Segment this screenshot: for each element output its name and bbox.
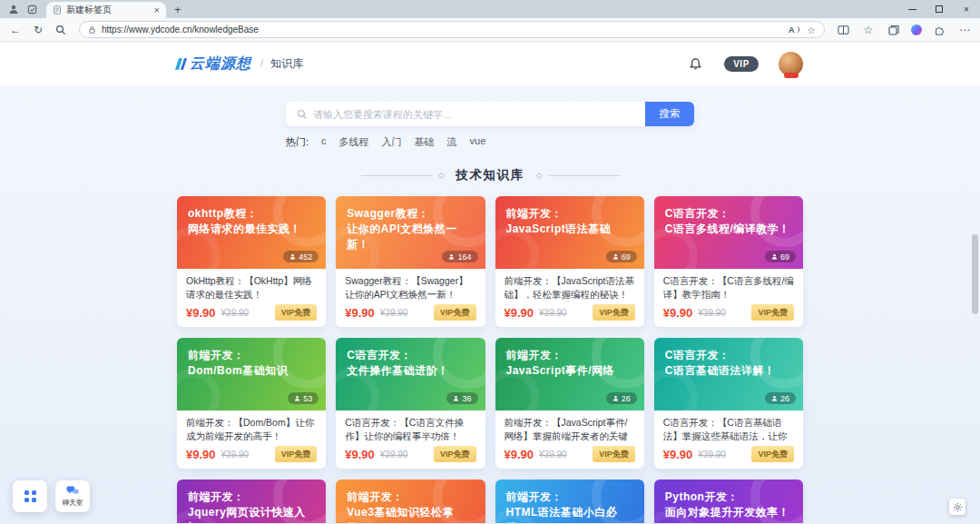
- course-original-price: ¥39.90: [698, 450, 726, 460]
- search-icon[interactable]: [53, 24, 69, 36]
- course-card[interactable]: C语言开发： 文件操作基础进阶！ 36 C语言开发：【C语言文件操作】让你的编程…: [336, 338, 485, 469]
- person-icon: [612, 395, 619, 401]
- views-badge: 53: [288, 392, 318, 404]
- hot-tag[interactable]: 流: [447, 135, 457, 149]
- favorites-icon[interactable]: ☆: [860, 24, 877, 36]
- price-row: ¥9.90 ¥39.90 VIP免费: [505, 446, 635, 462]
- refresh-icon[interactable]: ↻: [30, 24, 46, 36]
- extensions-icon[interactable]: [931, 24, 947, 36]
- views-badge: 69: [606, 251, 637, 262]
- course-card[interactable]: okhttp教程： 网络请求的最佳实践！ 452 OkHttp教程：【OkHtt…: [177, 196, 326, 327]
- course-card[interactable]: C语言开发： C语言基础语法详解！ 26 C语言开发：【C语言基础语法】掌握这些…: [654, 338, 803, 469]
- views-badge: 36: [446, 392, 477, 404]
- course-card-body: 前端开发：【JavaScript事件/网络】掌握前端开发者的关键技能！ ¥9.9…: [495, 410, 644, 469]
- views-badge: 26: [765, 392, 796, 404]
- views-count: 69: [622, 252, 631, 262]
- course-card-body: 前端开发：【JavaScript语法基础】，轻松掌握编程的秘诀！ ¥9.90 ¥…: [495, 269, 644, 327]
- breadcrumb-separator: /: [260, 57, 263, 70]
- course-card[interactable]: Python开发： 面向对象提升开发效率！: [654, 480, 803, 523]
- course-card[interactable]: 前端开发： JavaScript事件/网络 26 前端开发：【JavaScrip…: [495, 338, 644, 469]
- course-card-body: 前端开发：【Dom/Bom】让你成为前端开发的高手！ ¥9.90 ¥39.90 …: [177, 410, 326, 469]
- course-card[interactable]: 前端开发： Dom/Bom基础知识 53 前端开发：【Dom/Bom】让你成为前…: [177, 338, 326, 469]
- views-count: 26: [780, 394, 789, 403]
- minimize-button[interactable]: [898, 0, 926, 18]
- more-menu-icon[interactable]: ⋯: [956, 24, 973, 36]
- maximize-button[interactable]: [926, 0, 953, 18]
- search-button[interactable]: 搜索: [645, 102, 694, 126]
- price-row: ¥9.90 ¥39.90 VIP免费: [186, 304, 317, 321]
- chatroom-fab-button[interactable]: 聊天室: [55, 480, 90, 512]
- collections-icon[interactable]: [886, 24, 902, 36]
- tab-actions-icon[interactable]: [23, 1, 41, 17]
- views-badge: 452: [283, 251, 318, 262]
- scrollbar-thumb[interactable]: [972, 234, 978, 314]
- price-row: ¥9.90 ¥39.90 VIP免费: [345, 304, 475, 321]
- course-card-cover: 前端开发： Dom/Bom基础知识 53: [177, 338, 326, 410]
- address-bar[interactable]: https://www.ydcode.cn/knowledgeBase A ☆: [79, 21, 825, 38]
- course-price: ¥9.90: [345, 306, 375, 320]
- hot-tag[interactable]: 多线程: [339, 135, 369, 149]
- profile-icon[interactable]: [5, 1, 23, 17]
- course-title-line1: C语言开发：: [665, 348, 792, 363]
- course-original-price: ¥39.90: [698, 308, 726, 318]
- course-original-price: ¥39.90: [221, 308, 250, 318]
- addressbar-actions: A ☆: [789, 25, 816, 35]
- course-card[interactable]: 前端开发： Vue3基础知识轻松掌握！: [336, 480, 485, 523]
- add-favorite-star-icon[interactable]: ☆: [808, 25, 816, 35]
- right-deco-line: [549, 175, 620, 176]
- hot-tag[interactable]: vue: [470, 135, 486, 149]
- views-count: 164: [457, 252, 471, 262]
- chat-icon: [66, 486, 79, 497]
- vip-free-badge: VIP免费: [275, 446, 318, 462]
- course-title-line1: 前端开发：: [188, 348, 315, 363]
- person-icon: [771, 253, 778, 260]
- hot-tag[interactable]: 入门: [382, 135, 402, 149]
- avatar[interactable]: [779, 52, 803, 76]
- course-card[interactable]: 前端开发： JavaScript语法基础 69 前端开发：【JavaScript…: [495, 196, 644, 327]
- notification-bell-icon[interactable]: [689, 57, 702, 71]
- settings-fab-button[interactable]: [949, 499, 965, 515]
- person-icon: [448, 253, 455, 260]
- course-description: C语言开发：【C语言文件操作】让你的编程事半功倍！: [345, 416, 475, 442]
- course-card-body: OkHttp教程：【OkHttp】网络请求的最佳实践！ ¥9.90 ¥39.90…: [177, 269, 326, 327]
- vip-free-badge: VIP免费: [434, 446, 476, 462]
- search-input[interactable]: [313, 109, 640, 120]
- course-title-line2: C语言多线程/编译教学！: [665, 222, 792, 237]
- section-header: 技术知识库: [0, 167, 980, 183]
- price-row: ¥9.90 ¥39.90 VIP免费: [186, 446, 317, 462]
- site-logo[interactable]: 云端源想: [190, 54, 251, 74]
- views-badge: 69: [765, 251, 796, 262]
- course-card[interactable]: C语言开发： C语言多线程/编译教学！ 69 C语言开发：【C语言多线程/编译】…: [654, 196, 803, 327]
- hot-tag[interactable]: 基础: [415, 135, 435, 149]
- search-bar: 搜索: [286, 102, 694, 126]
- person-icon: [294, 395, 300, 401]
- course-card-cover: 前端开发： JavaScript事件/网络 26: [495, 338, 644, 410]
- new-tab-button[interactable]: +: [174, 3, 181, 16]
- copilot-icon[interactable]: [911, 25, 922, 35]
- course-card-cover: C语言开发： 文件操作基础进阶！ 36: [336, 338, 485, 410]
- course-card[interactable]: 前端开发： HTML语法基础小白必看！: [495, 480, 644, 523]
- logo-icon: [175, 58, 187, 70]
- gear-icon: [953, 502, 963, 512]
- course-card[interactable]: 前端开发： Jquery网页设计快速入门！: [177, 480, 326, 523]
- split-screen-icon[interactable]: [835, 24, 851, 36]
- price-row: ¥9.90 ¥39.90 VIP免费: [345, 446, 475, 462]
- course-title-line2: 让你的API文档焕然一新！: [347, 222, 474, 252]
- read-aloud-icon[interactable]: A: [789, 25, 799, 35]
- vip-button[interactable]: VIP: [724, 56, 759, 72]
- apps-fab-button[interactable]: [13, 480, 47, 512]
- course-card[interactable]: Swagger教程： 让你的API文档焕然一新！ 164 Swagger教程：【…: [336, 196, 485, 327]
- floating-buttons: 聊天室: [13, 480, 90, 512]
- course-description: 前端开发：【Dom/Bom】让你成为前端开发的高手！: [186, 416, 317, 442]
- views-badge: 164: [442, 251, 477, 262]
- close-window-button[interactable]: ×: [953, 0, 980, 18]
- course-title-line1: 前端开发：: [506, 206, 633, 222]
- tab-close-icon[interactable]: ×: [154, 5, 160, 15]
- page-content: 搜索 热门: c多线程入门基础流vue 技术知识库 okhttp教程： 网络请求…: [0, 85, 980, 523]
- course-title-line2: 面向对象提升开发效率！: [665, 505, 792, 520]
- browser-tab[interactable]: 新建标签页 ×: [46, 2, 166, 18]
- apps-grid-icon: [24, 490, 36, 502]
- back-icon[interactable]: ←: [7, 24, 24, 36]
- hot-tag[interactable]: c: [321, 135, 327, 149]
- person-icon: [453, 395, 459, 401]
